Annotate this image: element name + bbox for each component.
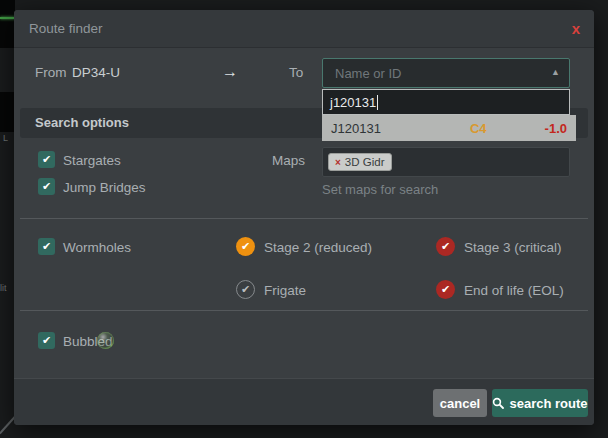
search-route-label: search route — [509, 396, 587, 411]
check-icon: ✔ — [42, 240, 51, 253]
bubbled-checkbox[interactable]: ✔ — [38, 332, 55, 349]
dialog-title: Route finder — [29, 21, 103, 36]
search-route-button[interactable]: search route — [492, 389, 588, 417]
chevron-up-icon: ▲ — [551, 67, 560, 77]
remove-tag-icon[interactable]: × — [335, 157, 341, 168]
check-icon: ✔ — [42, 153, 51, 166]
eol-label: End of life (EOL) — [464, 283, 564, 298]
system-search-input[interactable]: j120131 — [322, 89, 570, 115]
stage3-toggle[interactable]: ✔ — [436, 237, 455, 256]
maps-label: Maps — [230, 153, 305, 168]
to-label: To — [289, 65, 303, 80]
jump-bridges-label: Jump Bridges — [63, 180, 146, 195]
cancel-button[interactable]: cancel — [433, 389, 487, 417]
dialog-header: Route finder x — [14, 10, 594, 48]
frigate-toggle[interactable]: ✔ — [236, 280, 255, 299]
check-icon: ✔ — [241, 240, 250, 253]
result-security-status: -1.0 — [545, 121, 567, 136]
search-icon — [492, 397, 504, 409]
backdrop-text-fragment: lit — [0, 283, 7, 293]
backdrop-green-line — [0, 17, 15, 19]
stage2-label: Stage 2 (reduced) — [264, 240, 372, 255]
route-finder-dialog: Route finder x From DP34-U → To Name or … — [14, 10, 594, 425]
wormholes-label: Wormholes — [63, 240, 131, 255]
check-icon: ✔ — [42, 180, 51, 193]
to-select-placeholder: Name or ID — [335, 66, 401, 81]
map-tag-label: 3D Gidr — [345, 156, 385, 168]
maps-hint-text: Set maps for search — [322, 182, 438, 197]
result-wormhole-class: C4 — [470, 121, 487, 136]
stargates-label: Stargates — [63, 153, 121, 168]
close-icon[interactable]: x — [572, 19, 580, 39]
arrow-right-icon: → — [222, 63, 238, 81]
wormholes-checkbox[interactable]: ✔ — [38, 238, 55, 255]
backdrop-text-fragment: L — [3, 133, 8, 143]
jump-bridges-checkbox[interactable]: ✔ — [38, 178, 55, 195]
check-icon: ✔ — [42, 334, 51, 347]
from-label: From — [35, 65, 67, 80]
check-icon: ✔ — [441, 283, 450, 296]
stage3-label: Stage 3 (critical) — [464, 240, 562, 255]
maps-tag-input[interactable]: × 3D Gidr — [322, 147, 570, 177]
system-search-value: j120131 — [330, 95, 378, 110]
dropdown-result-item[interactable]: J120131 C4 -1.0 — [322, 115, 576, 141]
stage2-toggle[interactable]: ✔ — [236, 237, 255, 256]
backdrop-app-fragment — [0, 92, 14, 132]
text-cursor — [377, 95, 378, 110]
section-divider — [20, 218, 588, 219]
to-system-select[interactable]: Name or ID ▲ — [322, 58, 570, 88]
eol-toggle[interactable]: ✔ — [436, 280, 455, 299]
check-icon: ✔ — [241, 283, 250, 296]
stargates-checkbox[interactable]: ✔ — [38, 151, 55, 168]
dialog-footer: cancel search route — [14, 378, 594, 425]
from-value: DP34-U — [72, 65, 120, 80]
frigate-label: Frigate — [264, 283, 306, 298]
map-tag: × 3D Gidr — [328, 153, 392, 171]
backdrop-app-fragment — [0, 0, 15, 48]
bubble-icon — [97, 332, 114, 349]
search-options-title: Search options — [35, 115, 129, 130]
check-icon: ✔ — [441, 240, 450, 253]
result-system-name: J120131 — [331, 121, 470, 136]
section-divider — [20, 310, 588, 311]
